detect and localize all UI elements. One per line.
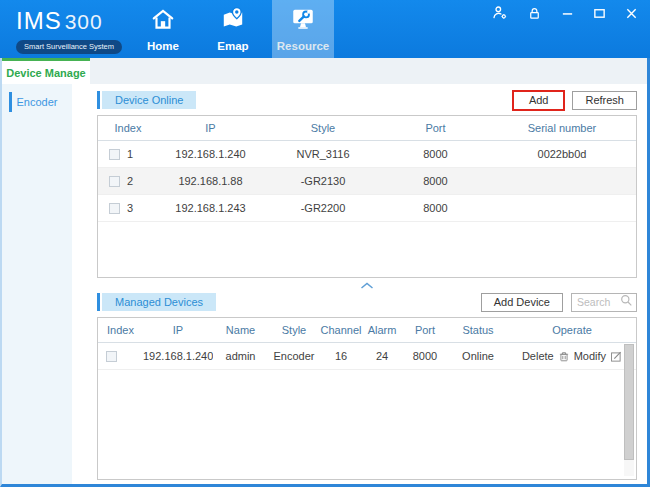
column-header-style: Style [263,122,383,134]
cell-style: -GR2200 [263,202,383,214]
resource-icon [290,6,316,36]
tab-strip: Device Manage [2,58,647,84]
column-header-port: Port [402,324,448,336]
chevron-up-icon[interactable] [360,276,374,294]
lock-icon[interactable] [527,6,542,21]
cell-index: 2 [127,175,133,187]
nav-emap[interactable]: Emap [202,0,264,58]
cell-port: 8000 [383,202,488,214]
managed-section-label: Managed Devices [97,293,216,311]
search-box [571,293,637,312]
online-table: Index IP Style Port Serial number 1 192.… [97,115,637,278]
main-nav: Home Emap [128,0,338,58]
sidebar-item-encoder[interactable]: Encoder [2,90,72,114]
logo-subtitle: Smart Surveillance System [16,40,122,54]
app-logo: IMS300 Smart Surveillance System [0,0,122,58]
online-section-label: Device Online [97,91,196,109]
column-header-port: Port [383,122,488,134]
column-header-name: Name [213,324,268,336]
refresh-button[interactable]: Refresh [572,91,637,110]
column-header-index: Index [98,324,143,336]
table-row[interactable]: 2 192.168.1.88 -GR2130 8000 [98,168,636,195]
add-device-button[interactable]: Add Device [481,293,563,312]
cell-style: NVR_3116 [263,148,383,160]
section-accent-bar [97,293,100,311]
cell-style: -GR2130 [263,175,383,187]
row-checkbox[interactable] [109,149,120,160]
add-button[interactable]: Add [512,90,566,111]
content-panel: Device Online Add Refresh Index IP Style… [72,84,647,484]
column-header-status: Status [448,324,508,336]
titlebar: IMS300 Smart Surveillance System Home [0,0,650,58]
column-header-ip: IP [143,324,213,336]
minimize-icon[interactable] [561,6,574,20]
logo-text: IMS300 [16,7,122,35]
cell-ip: 192.168.1.240 [158,148,263,160]
column-header-style: Style [268,324,320,336]
column-header-index: Index [98,122,158,134]
nav-resource-label: Resource [277,40,329,52]
nav-resource[interactable]: Resource [272,0,334,58]
search-icon[interactable] [620,293,633,311]
main-frame: Device Manage Encoder Device Online Add … [0,58,650,487]
nav-home[interactable]: Home [132,0,194,58]
collapse-row [97,278,637,292]
app-window: IMS300 Smart Surveillance System Home [0,0,650,487]
managed-table-header: Index IP Name Style Channel Alarm Port S… [98,318,636,343]
trash-icon[interactable] [558,350,570,363]
cell-port: 8000 [383,148,488,160]
cell-port: 8000 [402,350,448,362]
emap-icon [220,6,246,36]
edit-icon[interactable] [610,350,622,363]
scrollbar-thumb[interactable] [624,344,634,460]
managed-section-title: Managed Devices [102,293,216,311]
table-row[interactable]: 1 192.168.1.240 NVR_3116 8000 0022bb0d [98,141,636,168]
section-accent-bar [97,91,100,109]
online-table-header: Index IP Style Port Serial number [98,116,636,141]
cell-index: 3 [127,202,133,214]
cell-index: 1 [127,148,133,160]
row-checkbox[interactable] [106,351,117,362]
nav-emap-label: Emap [217,40,248,52]
cell-port: 8000 [383,175,488,187]
row-checkbox[interactable] [109,176,120,187]
column-header-alarm: Alarm [362,324,402,336]
online-section-header: Device Online Add Refresh [97,90,637,110]
cell-channel: 16 [320,350,362,362]
cell-ip: 192.168.1.240 [143,350,213,362]
vertical-scrollbar[interactable] [624,344,634,476]
sidebar: Encoder [2,84,72,484]
tab-device-manage[interactable]: Device Manage [2,58,90,84]
cell-style: Encoder [268,350,320,362]
column-header-channel: Channel [320,324,362,336]
maximize-icon[interactable] [593,6,606,20]
nav-home-label: Home [147,40,179,52]
column-header-serial: Serial number [488,122,636,134]
online-section-title: Device Online [102,91,196,109]
managed-table: Index IP Name Style Channel Alarm Port S… [97,317,637,480]
cell-alarm: 24 [362,350,402,362]
cell-ip: 192.168.1.88 [158,175,263,187]
modify-link[interactable]: Modify [574,350,606,362]
managed-section-header: Managed Devices Add Device [97,292,637,312]
home-icon [150,6,176,36]
column-header-ip: IP [158,122,263,134]
logo-title: IMS [16,7,62,34]
app-body: Encoder Device Online Add Refresh Ind [2,84,647,484]
logo-suffix: 300 [65,10,103,33]
row-checkbox[interactable] [109,203,120,214]
cell-serial: 0022bb0d [488,148,636,160]
cell-status: Online [448,350,508,362]
cell-operate: Delete Modify [508,350,636,363]
table-row[interactable]: 3 192.168.1.243 -GR2200 8000 [98,195,636,222]
user-config-icon[interactable] [492,5,508,21]
delete-link[interactable]: Delete [522,350,554,362]
column-header-operate: Operate [508,324,636,336]
window-controls [492,5,638,21]
close-icon[interactable] [625,6,638,20]
cell-name: admin [213,350,268,362]
cell-ip: 192.168.1.243 [158,202,263,214]
table-row[interactable]: 192.168.1.240 admin Encoder 16 24 8000 O… [98,343,636,370]
search-input[interactable] [577,296,620,308]
